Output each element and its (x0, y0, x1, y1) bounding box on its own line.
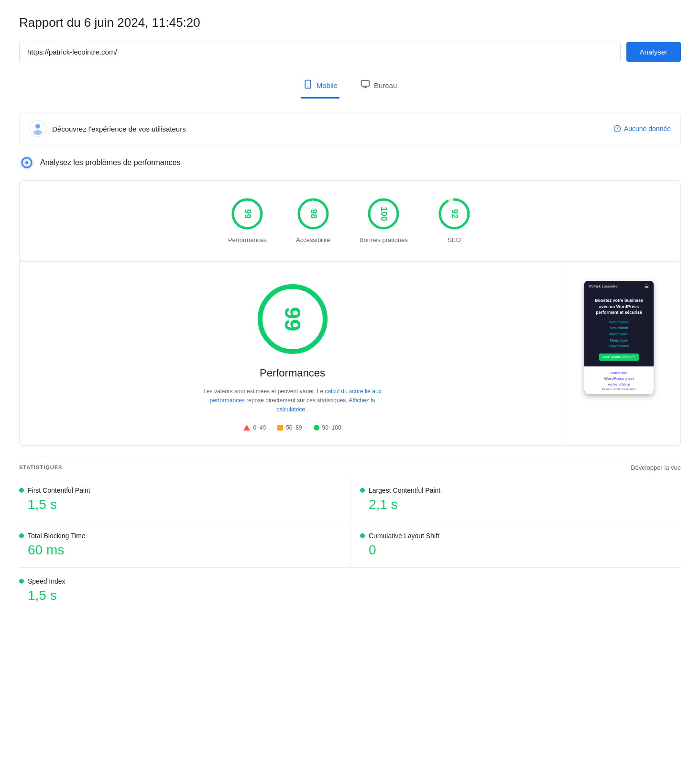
phone-footer: Votre siteWordPress c'estvotre vitrine E… (584, 366, 654, 394)
score-value-seo: 92 (449, 209, 459, 219)
score-label-seo: SEO (448, 236, 460, 243)
scores-card: 99 Performances 98 Accessibilité (20, 180, 680, 261)
legend-triangle (243, 425, 250, 431)
aucune-donnee-label: Aucune donnée (624, 125, 671, 133)
stat-lcp-value: 2,1 s (369, 497, 681, 512)
phone-hero-title: Boostez votre businessavec un WordPressp… (589, 298, 649, 316)
tab-bureau-label: Bureau (374, 81, 397, 89)
score-accessibilite[interactable]: 98 Accessibilité (295, 196, 331, 243)
perf-section-title: Analysez les problèmes de performances (40, 158, 180, 167)
phone-cta: Audit gratuit en ligne ! (599, 354, 639, 361)
stats-title: STATISTIQUES (19, 464, 62, 470)
score-label-bonnes-pratiques: Bonnes pratiques (360, 236, 408, 243)
phone-preview: Patrick Lecointre ☰ Boostez votre busine… (584, 281, 654, 394)
phone-footer-title: Votre siteWordPress c'estvotre vitrine (589, 370, 649, 387)
score-value-performances: 99 (242, 209, 252, 219)
info-icon (613, 125, 621, 133)
big-score-label: Performances (260, 367, 325, 379)
stat-tbt-label-row: Total Blocking Time (19, 532, 321, 540)
phone-footer-sub: Et votre vitrine, c'est sacré (589, 387, 649, 390)
big-score-value: 99 (280, 307, 306, 331)
analyze-button[interactable]: Analyser (626, 42, 681, 62)
phone-menu-icon: ☰ (645, 284, 649, 289)
legend-label-orange: 50–89 (286, 424, 302, 431)
stat-fcp-value: 1,5 s (28, 497, 321, 512)
aucune-donnee-link[interactable]: Aucune donnée (613, 125, 671, 133)
legend-label-red: 0–49 (253, 424, 266, 431)
score-circle-seo: 92 (437, 196, 472, 232)
tabs-container: Mobile Bureau (19, 76, 681, 99)
legend-label-green: 90–100 (322, 424, 341, 431)
legend-square (277, 425, 283, 431)
stat-cls-dot (360, 533, 365, 538)
score-desc-end: . (307, 406, 308, 413)
score-label-accessibilite: Accessibilité (296, 236, 330, 243)
score-performances[interactable]: 99 Performances (228, 196, 267, 243)
ux-left: Découvrez l'expérience de vos utilisateu… (29, 120, 186, 137)
ux-icon (29, 120, 46, 137)
stats-grid: First Contentful Paint 1,5 s Largest Con… (19, 477, 681, 613)
score-bonnes-pratiques[interactable]: 100 Bonnes pratiques (360, 196, 408, 243)
phone-top-bar: Patrick Lecointre ☰ (584, 281, 654, 292)
score-circle-accessibilite: 98 (295, 196, 331, 232)
tab-mobile-label: Mobile (317, 81, 338, 89)
score-value-bonnes-pratiques: 100 (379, 207, 389, 221)
main-perf-area: 99 Performances Les valeurs sont estimée… (20, 262, 680, 446)
perf-icon (19, 155, 34, 170)
stat-cls-label-row: Cumulative Layout Shift (360, 532, 681, 540)
score-circle-bonnes-pratiques: 100 (366, 196, 401, 232)
scores-container: 99 Performances 98 Accessibilité (19, 180, 681, 446)
svg-point-13 (25, 161, 28, 164)
legend-item-orange: 50–89 (277, 424, 302, 431)
svg-point-7 (33, 130, 42, 135)
legend: 0–49 50–89 90–100 (243, 424, 341, 431)
svg-rect-2 (361, 81, 370, 87)
stat-si-dot (19, 579, 24, 584)
stat-fcp-label: First Contentful Paint (28, 487, 90, 494)
stat-si: Speed Index 1,5 s (19, 568, 350, 613)
url-input[interactable] (19, 42, 621, 62)
score-desc-part2: repose directement sur ces statistiques. (246, 397, 349, 404)
url-bar: Analyser (19, 42, 681, 62)
stat-cls-label: Cumulative Layout Shift (369, 532, 439, 540)
legend-item-red: 0–49 (243, 424, 266, 431)
svg-point-6 (35, 124, 40, 129)
mobile-icon (303, 79, 313, 91)
tab-mobile[interactable]: Mobile (301, 76, 339, 99)
phone-hero: Boostez votre businessavec un WordPressp… (584, 292, 654, 366)
score-value-accessibilite: 98 (308, 209, 318, 219)
stat-cls: Cumulative Layout Shift 0 (350, 522, 681, 568)
phone-preview-container: Patrick Lecointre ☰ Boostez votre busine… (584, 281, 661, 431)
scores-row: 99 Performances 98 Accessibilité (20, 196, 680, 243)
stat-tbt-value: 60 ms (28, 542, 321, 558)
ux-text: Découvrez l'expérience de vos utilisateu… (52, 125, 186, 133)
score-circle-performances: 99 (230, 196, 265, 232)
score-label-performances: Performances (228, 236, 267, 243)
vertical-divider (565, 262, 565, 446)
stat-lcp-dot (360, 488, 365, 493)
expand-link[interactable]: Développer la vue (631, 464, 681, 471)
user-experience-bar: Découvrez l'expérience de vos utilisateu… (19, 112, 681, 145)
stat-tbt: Total Blocking Time 60 ms (19, 522, 350, 568)
desktop-icon (361, 79, 370, 91)
stat-si-label-row: Speed Index (19, 577, 321, 585)
score-seo[interactable]: 92 SEO (437, 196, 472, 243)
stat-lcp-label: Largest Contentful Paint (369, 487, 440, 494)
stat-lcp-label-row: Largest Contentful Paint (360, 487, 681, 494)
phone-features: PerformancesSécurisationMaintenanceMises… (589, 320, 649, 350)
stat-tbt-dot (19, 533, 24, 538)
stat-lcp: Largest Contentful Paint 2,1 s (350, 477, 681, 522)
score-description: Les valeurs sont estimées et peuvent var… (202, 387, 383, 415)
stat-fcp-dot (19, 488, 24, 493)
legend-item-green: 90–100 (314, 424, 341, 431)
stats-section: STATISTIQUES Développer la vue First Con… (19, 456, 681, 613)
stat-tbt-label: Total Blocking Time (28, 532, 86, 540)
stat-si-label: Speed Index (28, 577, 66, 585)
report-title: Rapport du 6 juin 2024, 11:45:20 (19, 15, 681, 30)
legend-dot (314, 425, 319, 431)
stats-header: STATISTIQUES Développer la vue (19, 456, 681, 477)
stat-si-value: 1,5 s (28, 588, 321, 603)
stat-cls-value: 0 (369, 542, 681, 558)
big-score-circle: 99 (254, 281, 331, 357)
tab-bureau[interactable]: Bureau (359, 76, 399, 99)
